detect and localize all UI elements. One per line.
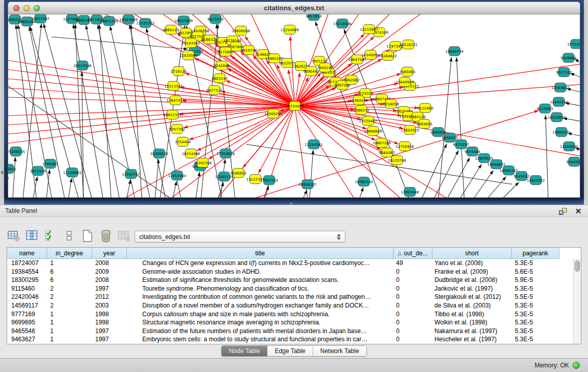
cell-title[interactable]: Changes of HCN gene expression and I(f) … bbox=[127, 259, 394, 268]
cell-pagerank[interactable]: 5.5E-5 bbox=[512, 293, 559, 301]
cell-short[interactable]: Tibbo et al. (1998) bbox=[432, 310, 512, 319]
cell-title[interactable]: Estimation of significance thresholds fo… bbox=[127, 276, 394, 285]
cell-pagerank[interactable]: 5.6E-5 bbox=[512, 268, 559, 276]
network-window-titlebar[interactable]: citations_edges.txt bbox=[8, 2, 580, 14]
tab-edge-table[interactable]: Edge Table bbox=[268, 346, 313, 356]
cell-in-degree[interactable]: 1 bbox=[47, 327, 92, 336]
cell-name[interactable]: 22420046 bbox=[7, 293, 47, 301]
table-scrollbar[interactable] bbox=[573, 259, 581, 344]
close-panel-button[interactable]: ✕ bbox=[574, 206, 583, 215]
minimize-window-icon[interactable] bbox=[24, 5, 30, 11]
cell-pagerank[interactable]: 5.3E-5 bbox=[512, 327, 559, 336]
cell-out-de-[interactable]: 0 bbox=[394, 276, 432, 285]
cell-out-de-[interactable]: 0 bbox=[394, 335, 432, 344]
column-header-pagerank[interactable]: pagerank bbox=[512, 248, 559, 259]
cell-short[interactable]: Jankovic et al. (1997) bbox=[432, 285, 512, 293]
cell-short[interactable]: Nakamura et al. (1997) bbox=[432, 327, 512, 336]
cell-out-de-[interactable]: 49 bbox=[394, 259, 432, 268]
zoom-window-icon[interactable] bbox=[34, 5, 40, 11]
cell-out-de-[interactable]: 0 bbox=[394, 318, 432, 327]
tab-node-table[interactable]: Node Table bbox=[222, 346, 268, 356]
column-header-out-de-[interactable]: △out_de... bbox=[394, 248, 432, 259]
cell-out-de-[interactable]: 0 bbox=[394, 293, 432, 301]
cell-title[interactable]: Investigating the contribution of common… bbox=[127, 293, 394, 301]
column-header-short[interactable]: short bbox=[432, 248, 512, 259]
cell-short[interactable]: Dudbridge et al. (2008) bbox=[432, 276, 512, 285]
network-canvas[interactable]: 8495572206914061655328715278602646616110… bbox=[8, 14, 580, 198]
cell-year[interactable]: 2008 bbox=[92, 259, 127, 268]
cell-short[interactable]: Yano et al. (2008) bbox=[432, 259, 512, 268]
table-row[interactable]: 946554611997Estimation of the future num… bbox=[7, 327, 581, 336]
table-row[interactable]: 1456911722003Disruption of a novel membe… bbox=[7, 301, 581, 310]
cell-in-degree[interactable]: 1 bbox=[47, 310, 92, 319]
cell-in-degree[interactable]: 1 bbox=[47, 259, 92, 268]
close-window-icon[interactable] bbox=[13, 5, 19, 11]
cell-out-de-[interactable]: 0 bbox=[394, 268, 432, 276]
cell-out-de-[interactable]: 0 bbox=[394, 310, 432, 319]
cell-year[interactable]: 1998 bbox=[92, 310, 127, 319]
cell-short[interactable]: Hescheler et al. (1997) bbox=[432, 335, 512, 344]
toolbar-row-selection-button[interactable] bbox=[43, 228, 58, 243]
tab-network-table[interactable]: Network Table bbox=[313, 346, 366, 356]
cell-name[interactable]: 9699695 bbox=[7, 318, 47, 327]
cell-in-degree[interactable]: 6 bbox=[47, 268, 92, 276]
column-header-in-degree[interactable]: in_degree bbox=[47, 248, 92, 259]
cell-year[interactable]: 1997 bbox=[92, 285, 127, 293]
column-header-name[interactable]: name bbox=[7, 248, 47, 259]
toolbar-import-table-disabled-button[interactable] bbox=[117, 228, 132, 243]
table-row[interactable]: 2242004622012Investigating the contribut… bbox=[7, 293, 581, 301]
cell-year[interactable]: 2012 bbox=[92, 293, 127, 301]
toolbar-new-document-button[interactable] bbox=[80, 228, 95, 243]
cell-title[interactable]: Embryonic stem cells: a model to study s… bbox=[127, 335, 394, 344]
cell-name[interactable]: 9777169 bbox=[7, 310, 47, 319]
cell-in-degree[interactable]: 2 bbox=[47, 301, 92, 310]
cell-short[interactable]: de Silva et al. (2003) bbox=[432, 301, 512, 310]
toolbar-show-columns-button[interactable] bbox=[25, 228, 39, 243]
cell-title[interactable]: Tourette syndrome. Phenomenology and cla… bbox=[127, 285, 394, 293]
cell-title[interactable]: Disruption of a novel member of a sodium… bbox=[127, 301, 394, 310]
cell-pagerank[interactable]: 5.3E-5 bbox=[512, 318, 559, 327]
cell-name[interactable]: 9115460 bbox=[7, 285, 47, 293]
cell-name[interactable]: 18300295 bbox=[7, 276, 47, 285]
toolbar-delete-button[interactable] bbox=[98, 228, 113, 243]
cell-name[interactable]: 9465546 bbox=[7, 327, 47, 336]
cell-pagerank[interactable]: 5.3E-5 bbox=[512, 259, 559, 268]
cell-out-de-[interactable]: 0 bbox=[394, 327, 432, 336]
column-header-year[interactable]: year bbox=[92, 248, 127, 259]
float-panel-button[interactable] bbox=[558, 206, 568, 215]
cell-year[interactable]: 1997 bbox=[92, 327, 127, 336]
cell-name[interactable]: 14569117 bbox=[7, 301, 47, 310]
cell-title[interactable]: Genome-wide association studies in ADHD. bbox=[127, 268, 394, 276]
cell-year[interactable]: 1998 bbox=[92, 318, 127, 327]
cell-out-de-[interactable]: 0 bbox=[394, 301, 432, 310]
cell-year[interactable]: 2008 bbox=[92, 276, 127, 285]
cell-pagerank[interactable]: 5.3E-5 bbox=[512, 335, 559, 344]
cell-pagerank[interactable]: 5.3E-5 bbox=[512, 285, 559, 293]
cell-in-degree[interactable]: 6 bbox=[47, 276, 92, 285]
citation-network-graph[interactable]: 8495572206914061655328715278602646616110… bbox=[8, 14, 580, 198]
cell-in-degree[interactable]: 1 bbox=[47, 318, 92, 327]
cell-in-degree[interactable]: 2 bbox=[47, 285, 92, 293]
splitter-collapse-arrow[interactable] bbox=[1, 170, 3, 174]
table-row[interactable]: 969969511998Structural magnetic resonanc… bbox=[7, 318, 581, 327]
cell-name[interactable]: 18724007 bbox=[7, 259, 47, 268]
cell-in-degree[interactable]: 2 bbox=[47, 293, 92, 301]
cell-pagerank[interactable]: 5.3E-5 bbox=[512, 310, 559, 319]
table-row[interactable]: 977716911998Corpus callosum shape and si… bbox=[7, 310, 581, 319]
cell-short[interactable]: Franke et al. (2009) bbox=[432, 268, 512, 276]
table-row[interactable]: 1830029562008Estimation of significance … bbox=[7, 276, 581, 285]
network-window[interactable]: citations_edges.txt 84955722069140616553… bbox=[8, 2, 580, 198]
cell-out-de-[interactable]: 0 bbox=[394, 285, 432, 293]
cell-title[interactable]: Estimation of the future numbers of pati… bbox=[127, 327, 394, 336]
cell-short[interactable]: Wolkin et al. (1998) bbox=[432, 318, 512, 327]
cell-pagerank[interactable]: 5.3E-5 bbox=[512, 301, 559, 310]
cell-pagerank[interactable]: 5.9E-5 bbox=[512, 276, 559, 285]
table-row[interactable]: 1938455462009Genome-wide association stu… bbox=[7, 268, 581, 276]
cell-year[interactable]: 2009 bbox=[92, 268, 127, 276]
cell-year[interactable]: 2003 bbox=[92, 301, 127, 310]
cell-title[interactable]: Structural magnetic resonance image aver… bbox=[127, 318, 394, 327]
table-row[interactable]: 1872400712008Changes of HCN gene express… bbox=[7, 259, 581, 268]
cell-in-degree[interactable]: 1 bbox=[47, 335, 92, 344]
table-row[interactable]: 911546021997Tourette syndrome. Phenomeno… bbox=[7, 285, 581, 293]
column-header-title[interactable]: title bbox=[127, 248, 394, 259]
